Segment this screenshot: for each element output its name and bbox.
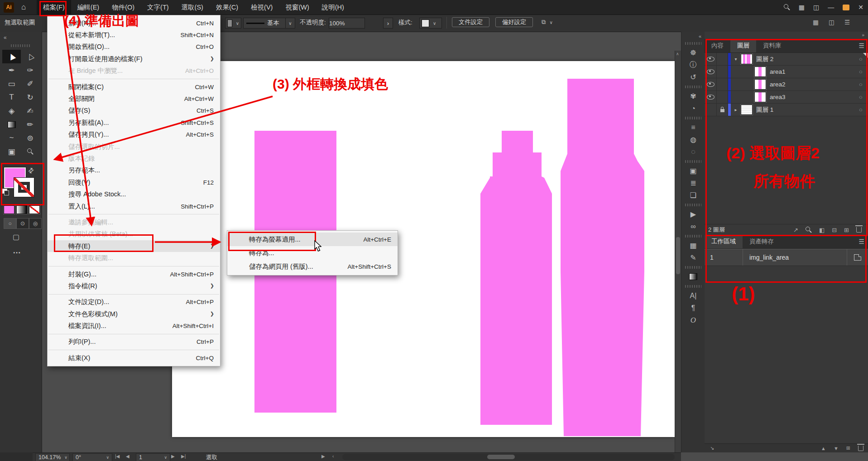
locate-object-icon[interactable] — [806, 227, 812, 233]
rectangle-tool[interactable]: ▭ — [2, 77, 21, 90]
file-menu-item[interactable]: 封裝(G)...Alt+Shift+Ctrl+P — [48, 268, 220, 280]
draw-mode-2[interactable]: ⊙ — [16, 218, 29, 229]
collapse-toolbar-icon[interactable]: « — [4, 34, 7, 41]
stroke-preset-dropdown[interactable]: 基本 — [243, 18, 286, 29]
direct-selection-tool[interactable]: ▷ — [21, 50, 39, 63]
color-icon[interactable]: ✾ — [681, 90, 705, 102]
menu-item-6[interactable]: 效果(C) — [210, 0, 245, 14]
paragraph-icon[interactable]: ¶ — [681, 302, 705, 314]
document-setup-button[interactable]: 文件設定 — [452, 17, 489, 27]
file-menu-item[interactable]: 結束(X)Ctrl+Q — [48, 352, 220, 364]
toolbar-grip[interactable] — [11, 44, 31, 47]
style-swatch-dropdown[interactable]: ∨ — [419, 18, 442, 29]
file-menu-item[interactable]: 開啟舊檔(O)...Ctrl+O — [48, 41, 220, 53]
file-menu-item[interactable]: 列印(P)...Ctrl+P — [48, 336, 220, 348]
layers-tab-1[interactable]: 內容 — [705, 39, 730, 52]
status-play-icon[interactable]: ▶ — [321, 454, 325, 459]
type-tool[interactable]: T — [2, 90, 21, 104]
panel-strip-grip[interactable] — [685, 235, 701, 238]
file-menu-item[interactable]: 指令檔(R)❯ — [48, 280, 220, 292]
home-icon[interactable]: ⌂ — [21, 3, 26, 12]
file-menu-item[interactable]: 文件色彩模式(M)❯ — [48, 308, 220, 320]
close-icon[interactable]: ✕ — [858, 4, 863, 11]
layer-row[interactable]: ▸圖層 1○ — [705, 104, 868, 116]
history-icon[interactable]: ↺ — [681, 71, 705, 83]
opacity-stepper[interactable]: › — [383, 18, 393, 29]
brushes-icon[interactable]: ✎ — [681, 252, 705, 264]
gradient-icon[interactable] — [681, 271, 705, 283]
layer-row[interactable]: ▾圖層 2○ — [705, 53, 868, 66]
menu-item-1[interactable]: 檔案(F) — [37, 0, 71, 14]
export-submenu-item[interactable]: 轉存為... — [227, 246, 398, 260]
layer-thumbnail[interactable] — [754, 92, 766, 102]
draw-mode-1[interactable]: ○ — [4, 218, 16, 229]
delete-artboard-icon[interactable] — [858, 446, 863, 451]
file-menu-item[interactable]: 在 Bridge 中瀏覽...Alt+Ctrl+O — [48, 65, 220, 77]
target-circle-icon[interactable]: ○ — [854, 94, 868, 100]
file-menu-item[interactable]: 打開最近使用過的檔案(F)❯ — [48, 53, 220, 65]
menu-item-7[interactable]: 檢視(V) — [245, 0, 279, 14]
opacity-value[interactable]: 100% — [329, 18, 365, 29]
expand-panel-icon[interactable]: » — [862, 33, 864, 38]
first-artboard-icon[interactable]: |◀ — [115, 454, 120, 459]
file-menu-item[interactable]: 共用以供審核 (Beta)... — [48, 228, 220, 240]
character-icon[interactable]: A| — [681, 290, 705, 302]
illustrator-logo[interactable]: Ai — [4, 2, 14, 13]
artboards-tab-2[interactable]: 資產轉存 — [743, 235, 781, 248]
artboards-panel-menu-icon[interactable]: ☰ — [858, 238, 864, 245]
layer-thumbnail[interactable] — [754, 67, 766, 77]
layers-tab-3[interactable]: 資料庫 — [756, 39, 788, 52]
visibility-toggle[interactable] — [705, 66, 717, 78]
vertical-scrollbar[interactable]: ∧ — [675, 51, 681, 452]
file-menu-item[interactable]: 轉存(E)❯ — [48, 240, 220, 252]
links-icon[interactable]: ∞ — [681, 220, 705, 233]
artboards-icon[interactable]: ▣ — [681, 165, 705, 177]
file-menu-item[interactable]: 邀請參與編輯... — [48, 216, 220, 228]
chevron-right-icon[interactable]: ▸ — [731, 107, 741, 112]
menu-item-3[interactable]: 物件(O) — [106, 0, 141, 14]
file-menu-item[interactable]: 版本記錄 — [48, 152, 220, 164]
target-circle-icon[interactable]: ○ — [854, 106, 868, 113]
scroll-up-icon[interactable]: ∧ — [676, 52, 679, 56]
stroke-color-none-swatch[interactable] — [14, 178, 34, 197]
layers-tab-2[interactable]: 圖層 — [730, 39, 756, 52]
make-mask-icon[interactable]: ◧ — [819, 227, 825, 233]
layer-thumbnail[interactable] — [741, 105, 753, 115]
stroke-preset-chevron[interactable]: ∨ — [285, 18, 295, 29]
info-icon[interactable]: ⓘ — [681, 59, 705, 71]
more-tools-icon[interactable]: … — [13, 246, 21, 256]
file-menu-item[interactable]: 搜尋 Adobe Stock... — [48, 188, 220, 200]
arrange-icon[interactable]: ⧉ ∨ — [542, 19, 555, 26]
panel-strip-grip[interactable] — [685, 42, 701, 45]
color-guide-icon[interactable]: ◔ — [681, 102, 705, 114]
panel-strip-grip[interactable] — [685, 204, 701, 206]
new-artboard-icon[interactable]: ⊞ — [846, 445, 850, 451]
pathfinder-icon[interactable]: ❏ — [681, 189, 705, 201]
layer-thumbnail[interactable] — [754, 79, 766, 90]
collect-export-icon[interactable]: ↗ — [793, 227, 798, 233]
delete-layer-icon[interactable] — [856, 227, 862, 233]
artboard-number-dropdown[interactable]: 1∨ — [136, 453, 170, 461]
panel-strip-grip[interactable] — [685, 160, 701, 163]
menu-item-4[interactable]: 文字(T) — [141, 0, 175, 14]
collapse-panels-icon[interactable]: « — [699, 33, 701, 39]
export-submenu-item[interactable]: 轉存為螢幕適用...Alt+Ctrl+E — [227, 233, 398, 246]
fill-mini-swatch[interactable] — [4, 205, 14, 214]
properties-icon[interactable]: ☸ — [681, 47, 705, 59]
screen-mode-icon[interactable]: ▢ — [13, 233, 19, 241]
horizontal-scroll-thumb[interactable] — [487, 455, 515, 459]
prev-artboard-icon[interactable]: ◀ — [126, 454, 129, 459]
opentype-icon[interactable]: O — [681, 314, 705, 326]
eraser-tool[interactable]: ◈ — [2, 104, 21, 118]
file-menu-item[interactable]: 儲存(S)Ctrl+S — [48, 105, 220, 117]
layer-row[interactable]: area3○ — [705, 91, 868, 104]
lock-toggle[interactable] — [717, 78, 728, 90]
zoom-tool[interactable] — [21, 145, 39, 158]
grid-view-icon[interactable]: ▦ — [813, 19, 819, 26]
file-menu-item[interactable]: 全部關閉Alt+Ctrl+W — [48, 93, 220, 105]
rotate-tool[interactable]: ↻ — [21, 90, 39, 104]
none-mini-swatch[interactable] — [29, 205, 40, 214]
search-icon[interactable] — [784, 4, 790, 10]
layer-name[interactable]: 圖層 2 — [756, 55, 854, 63]
menu-item-5[interactable]: 選取(S) — [175, 0, 210, 14]
